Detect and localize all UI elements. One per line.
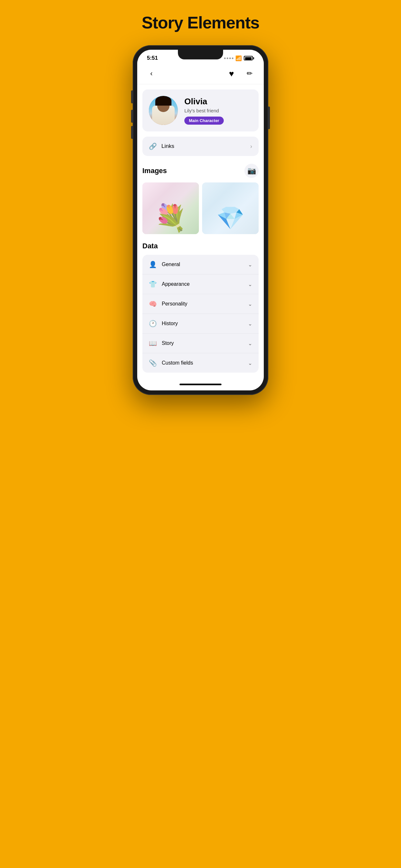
home-indicator	[137, 380, 264, 391]
data-row-left-personality: 🧠 Personality	[149, 300, 187, 308]
phone-screen: 5:51 📶 ‹ ♥ ✏	[137, 50, 264, 391]
custom-fields-chevron-down-icon: ⌄	[248, 360, 252, 366]
image-flowers[interactable]: 💐	[143, 182, 199, 234]
data-row-story[interactable]: 📖 Story ⌄	[143, 334, 258, 353]
appearance-label: Appearance	[162, 281, 189, 287]
back-icon: ‹	[150, 69, 152, 78]
chevron-right-icon: ›	[250, 143, 252, 150]
story-icon: 📖	[149, 339, 157, 347]
links-left: 🔗 Links	[149, 143, 174, 150]
data-section-title: Data	[143, 242, 258, 250]
data-row-left-custom-fields: 📎 Custom fields	[149, 359, 193, 367]
status-bar: 5:51 📶	[137, 50, 264, 64]
links-row[interactable]: 🔗 Links ›	[143, 136, 258, 156]
notch	[178, 50, 223, 59]
general-icon: 👤	[149, 260, 157, 268]
data-row-general[interactable]: 👤 General ⌄	[143, 255, 258, 275]
back-button[interactable]: ‹	[145, 67, 158, 80]
favorite-button[interactable]: ♥	[225, 67, 238, 80]
data-card: 👤 General ⌄ 👕 Appearance ⌄	[143, 255, 258, 373]
character-info: Olivia Lily's best friend Main Character	[184, 97, 252, 125]
character-role: Lily's best friend	[184, 108, 252, 113]
appearance-icon: 👕	[149, 280, 157, 288]
history-chevron-down-icon: ⌄	[248, 321, 252, 327]
character-card: Olivia Lily's best friend Main Character	[143, 89, 258, 131]
appearance-chevron-down-icon: ⌄	[248, 281, 252, 287]
status-icons: 📶	[224, 55, 254, 61]
links-label: Links	[161, 143, 174, 150]
custom-fields-label: Custom fields	[162, 360, 193, 366]
phone-shell: 5:51 📶 ‹ ♥ ✏	[133, 45, 268, 395]
home-bar	[180, 383, 221, 385]
battery-icon	[244, 56, 254, 60]
images-section: Images 📷 💐	[143, 164, 258, 234]
story-chevron-down-icon: ⌄	[248, 340, 252, 346]
status-time: 5:51	[147, 55, 158, 61]
custom-fields-icon: 📎	[149, 359, 157, 367]
data-row-appearance[interactable]: 👕 Appearance ⌄	[143, 275, 258, 294]
data-row-personality[interactable]: 🧠 Personality ⌄	[143, 294, 258, 314]
content-area: Olivia Lily's best friend Main Character…	[137, 84, 264, 380]
edit-icon: ✏	[247, 69, 252, 78]
character-name: Olivia	[184, 97, 252, 106]
data-row-history[interactable]: 🕐 History ⌄	[143, 314, 258, 334]
data-row-left-story: 📖 Story	[149, 339, 174, 347]
images-grid: 💐 💎	[143, 182, 258, 234]
data-row-left-general: 👤 General	[149, 260, 180, 268]
signal-dots-icon	[224, 58, 234, 59]
images-section-title: Images	[143, 166, 167, 175]
data-row-custom-fields[interactable]: 📎 Custom fields ⌄	[143, 353, 258, 373]
story-label: Story	[162, 340, 174, 346]
data-row-left-history: 🕐 History	[149, 320, 178, 328]
data-section: Data 👤 General ⌄ 👕 Appearance	[143, 242, 258, 373]
images-section-header: Images 📷	[143, 164, 258, 178]
image-crystal[interactable]: 💎	[202, 182, 258, 234]
camera-button[interactable]: 📷	[244, 164, 258, 178]
page-title: Story Elements	[142, 13, 259, 32]
camera-icon: 📷	[247, 166, 256, 175]
personality-icon: 🧠	[149, 300, 157, 308]
general-chevron-down-icon: ⌄	[248, 261, 252, 268]
character-badge: Main Character	[184, 117, 224, 125]
link-icon: 🔗	[149, 143, 157, 150]
nav-right-actions: ♥ ✏	[225, 67, 256, 80]
heart-icon: ♥	[229, 69, 234, 79]
edit-button[interactable]: ✏	[243, 67, 256, 80]
nav-bar: ‹ ♥ ✏	[137, 64, 264, 84]
history-label: History	[162, 321, 178, 327]
wifi-icon: 📶	[235, 55, 242, 61]
avatar	[149, 96, 178, 125]
personality-chevron-down-icon: ⌄	[248, 301, 252, 307]
history-icon: 🕐	[149, 320, 157, 328]
data-row-left-appearance: 👕 Appearance	[149, 280, 189, 288]
personality-label: Personality	[162, 301, 187, 307]
general-label: General	[162, 261, 180, 268]
